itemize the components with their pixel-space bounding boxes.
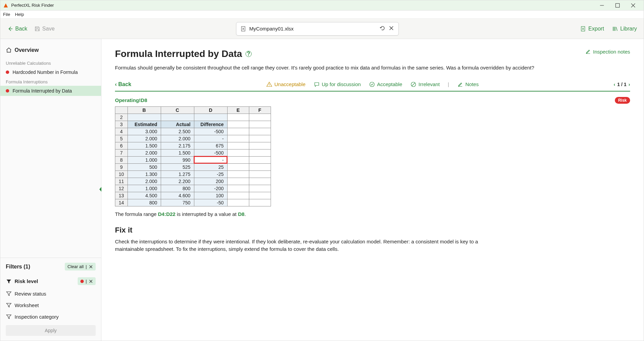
filter-icon: [6, 290, 12, 297]
sidebar-item-interrupted[interactable]: Formula Interrupted by Data: [0, 86, 101, 96]
close-file-button[interactable]: [388, 25, 394, 32]
filter-inspection-category[interactable]: Inspection category: [6, 311, 96, 322]
check-circle-icon: [369, 81, 375, 87]
filter-label: Worksheet: [15, 302, 96, 308]
pager: ‹ 1 / 1 ›: [613, 82, 630, 87]
close-icon: [388, 25, 394, 31]
filename: MyCompany01.xlsx: [249, 26, 377, 32]
risk-dot-icon: [6, 71, 9, 74]
status-irrelevant[interactable]: Irrelevant: [410, 81, 440, 87]
filter-worksheet[interactable]: Worksheet: [6, 299, 96, 311]
notes-button[interactable]: Notes: [457, 81, 479, 87]
library-icon: [612, 26, 618, 32]
back-button[interactable]: Back: [7, 26, 27, 32]
filter-icon: [6, 278, 12, 284]
inspection-notes-label: Inspection notes: [593, 49, 630, 55]
minimize-icon: [599, 2, 605, 8]
export-icon: [580, 26, 586, 32]
help-icon[interactable]: ?: [246, 51, 252, 57]
menubar: File Help: [0, 11, 644, 19]
library-button[interactable]: Library: [612, 26, 637, 32]
review-back-button[interactable]: ‹ Back: [115, 81, 131, 87]
export-button[interactable]: Export: [580, 26, 604, 32]
page-title: Formula Interrupted by Data ?: [115, 48, 252, 59]
chat-icon: [314, 81, 320, 87]
inspection-notes-button[interactable]: Inspection notes: [585, 48, 630, 55]
filter-risk-level[interactable]: Risk level |: [6, 275, 96, 288]
save-icon: [34, 26, 40, 32]
section-unreliable: Unreliable Calculations: [0, 59, 101, 67]
cell-reference: Operating!D8: [115, 97, 147, 103]
sidebar: Overview Unreliable Calculations Hardcod…: [0, 39, 101, 341]
reload-file-button[interactable]: [379, 25, 386, 32]
apply-filters-button[interactable]: Apply: [6, 325, 96, 336]
filters-panel: Filters (1) Clear all | Risk level |: [0, 258, 101, 341]
svg-line-16: [412, 83, 415, 86]
filter-label: Review status: [15, 291, 96, 297]
clear-label: Clear all: [67, 264, 84, 269]
filter-icon: [6, 302, 12, 308]
fix-it-title: Fix it: [115, 226, 630, 235]
menu-file[interactable]: File: [3, 12, 10, 17]
home-icon: [6, 47, 12, 53]
spreadsheet-preview: BCDEF23EstimatedActualDifference43.0002.…: [115, 106, 271, 206]
app-logo-icon: [3, 3, 8, 8]
fix-it-body: Check the interruptions to determine if …: [115, 238, 488, 253]
svg-point-13: [269, 85, 270, 86]
pager-position: 1 / 1: [617, 82, 626, 87]
toolbar: Back Save MyCompany01.xlsx Export Libr: [0, 19, 644, 39]
warning-icon: [266, 81, 272, 87]
overview-link[interactable]: Overview: [0, 45, 101, 59]
titlebar: PerfectXL Risk Finder: [0, 0, 644, 11]
svg-rect-1: [616, 3, 619, 7]
ban-icon: [410, 81, 416, 87]
arrow-left-icon: [7, 26, 13, 32]
edit-icon: [585, 48, 591, 55]
reload-icon: [379, 25, 386, 31]
explanation-text: The formula range D4:D22 is interrupted …: [115, 211, 630, 217]
library-label: Library: [620, 26, 637, 32]
review-bar: ‹ Back Unacceptable Up for discussion Ac…: [115, 81, 630, 92]
close-icon: [630, 2, 636, 8]
export-label: Export: [588, 26, 604, 32]
close-icon: [89, 279, 93, 283]
minimize-button[interactable]: [594, 0, 610, 11]
back-label: Back: [15, 26, 27, 32]
clear-filters-button[interactable]: Clear all |: [65, 263, 96, 270]
edit-icon: [457, 81, 463, 87]
pager-next[interactable]: ›: [628, 82, 630, 87]
window-title: PerfectXL Risk Finder: [11, 3, 54, 8]
close-window-button[interactable]: [625, 0, 641, 11]
main-content: Formula Interrupted by Data ? Inspection…: [101, 39, 644, 341]
file-selector[interactable]: MyCompany01.xlsx: [236, 22, 399, 36]
status-acceptable[interactable]: Acceptable: [369, 81, 402, 87]
status-discuss[interactable]: Up for discussion: [314, 81, 361, 87]
sidebar-item-label: Formula Interrupted by Data: [13, 88, 72, 94]
chevron-left-icon: [98, 186, 102, 193]
risk-badge: Risk: [615, 97, 630, 104]
risk-dot-icon: [80, 280, 84, 283]
page-description: Formulas should generally be consistent …: [115, 64, 630, 72]
filters-title: Filters (1): [6, 264, 30, 270]
svg-point-14: [370, 82, 374, 87]
maximize-button[interactable]: [610, 0, 625, 11]
menu-help[interactable]: Help: [15, 12, 24, 17]
excel-file-icon: [240, 26, 247, 32]
close-icon: [89, 265, 93, 269]
overview-label: Overview: [15, 47, 39, 53]
filter-label: Risk level: [15, 278, 75, 284]
sidebar-item-hardcoded[interactable]: Hardcoded Number in Formula: [0, 67, 101, 77]
filter-review-status[interactable]: Review status: [6, 288, 96, 299]
filter-icon: [6, 314, 12, 320]
status-unacceptable[interactable]: Unacceptable: [266, 81, 306, 87]
section-interruptions: Formula Interruptions: [0, 77, 101, 86]
sidebar-item-label: Hardcoded Number in Formula: [13, 69, 78, 75]
collapse-sidebar-button[interactable]: [98, 186, 102, 194]
pager-prev[interactable]: ‹: [613, 82, 615, 87]
save-label: Save: [42, 26, 55, 32]
filter-risk-chip[interactable]: |: [78, 277, 96, 285]
risk-dot-icon: [6, 89, 9, 93]
filter-label: Inspection category: [15, 314, 96, 320]
maximize-icon: [614, 2, 621, 8]
save-button[interactable]: Save: [34, 26, 55, 32]
